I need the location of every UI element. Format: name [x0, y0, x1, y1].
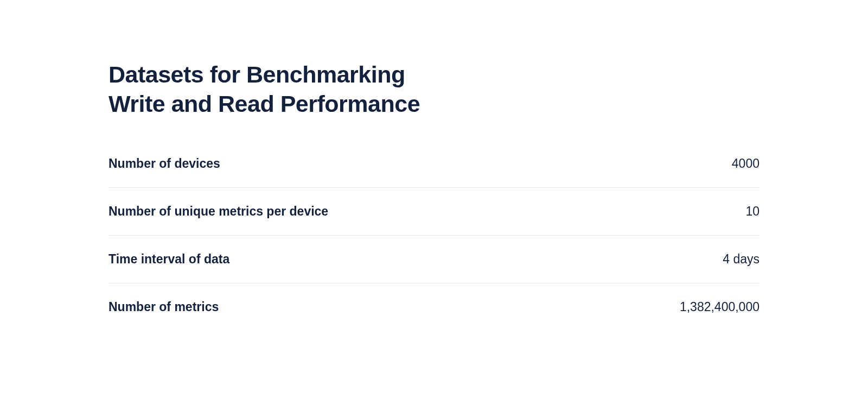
- table-row: Number of devices 4000: [108, 156, 760, 188]
- row-value: 1,382,400,000: [680, 300, 760, 314]
- table-row: Number of metrics 1,382,400,000: [108, 283, 760, 331]
- row-value: 10: [745, 204, 760, 219]
- benchmark-table: Number of devices 4000 Number of unique …: [108, 156, 760, 331]
- title-line-1: Datasets for Benchmarking: [108, 61, 405, 87]
- title-line-2: Write and Read Performance: [108, 91, 420, 117]
- table-row: Time interval of data 4 days: [108, 236, 760, 283]
- row-label: Number of metrics: [108, 300, 219, 314]
- row-value: 4 days: [723, 252, 760, 267]
- table-row: Number of unique metrics per device 10: [108, 188, 760, 236]
- row-label: Time interval of data: [108, 252, 229, 267]
- row-value: 4000: [732, 156, 760, 171]
- row-label: Number of unique metrics per device: [108, 204, 328, 219]
- row-label: Number of devices: [108, 156, 220, 171]
- page-title: Datasets for Benchmarking Write and Read…: [108, 60, 760, 118]
